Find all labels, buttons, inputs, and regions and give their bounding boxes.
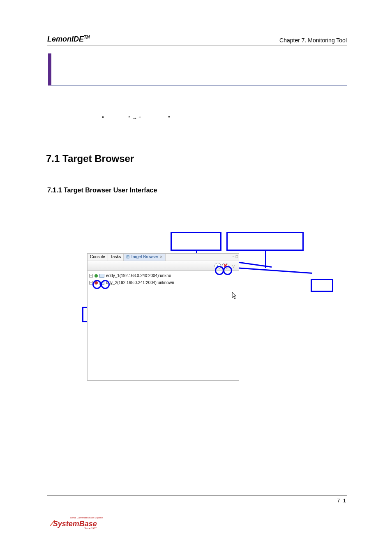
menu-word-1: Windows xyxy=(105,115,127,121)
figure-target-browser: New Target Delete Target Menu Connected … xyxy=(82,225,333,388)
section-body: Target Browser shows information of conn… xyxy=(47,172,347,180)
annotation-circle xyxy=(92,280,101,289)
cursor-icon xyxy=(232,292,238,301)
subsection-body: Interface of Target Browser is as follow… xyxy=(47,201,347,218)
toolbar-menu-button[interactable]: ▽ xyxy=(231,264,236,268)
callout-new-target: New Target xyxy=(171,232,221,251)
connector-line xyxy=(234,267,312,274)
product-name-text: LemonIDE xyxy=(47,35,84,43)
chapter-title: Chapter 7. Monitoring Tool xyxy=(58,60,193,73)
target-browser-panel: Console Tasks ⊞ Target Browser ✕ − □ + ✖… xyxy=(87,253,239,381)
tree-row[interactable]: + ddy_2(192.168.0.241:2004):unknown xyxy=(88,279,238,286)
section-heading-7-1: 7.1 Target Browser xyxy=(46,153,134,164)
callout-new-target-label: New Target xyxy=(172,234,196,240)
target-browser-tab-icon: ⊞ xyxy=(126,254,131,259)
callout-menu-label: Menu xyxy=(312,282,322,287)
subsection-heading-7-1-1: 7.1.1 Target Browser User Interface xyxy=(47,187,157,194)
chapter-banner: Chapter 7. Monitoring Tool xyxy=(48,53,347,86)
page-number: 7–1 xyxy=(337,497,346,504)
callout-delete-target-label: Delete Target xyxy=(228,234,256,240)
annotation-circle xyxy=(215,266,224,275)
footer-logo-since: Since 1987 xyxy=(84,527,97,530)
tab-target-browser-label: Target Browser xyxy=(131,254,158,259)
close-icon[interactable]: ✕ xyxy=(159,254,163,259)
quote-close-1: ” xyxy=(129,115,130,121)
menu-word-2: show view xyxy=(142,115,166,121)
quote-open-2: “ xyxy=(138,115,140,121)
menu-path-prefix: To run Target Browser, xyxy=(47,115,102,121)
status-dot-connected-icon xyxy=(95,274,98,278)
footer-logo-subtitle: Serial Communication Experts xyxy=(70,516,103,519)
tree-row-label: eddy_1(192.168.0.240:2004):unkno xyxy=(106,273,171,278)
page-header: LemonIDETM Chapter 7. Monitoring Tool xyxy=(47,35,347,46)
footer-rule xyxy=(47,495,347,496)
callout-menu: Menu xyxy=(311,279,333,292)
banner-accent xyxy=(48,53,51,86)
arrow-icon: → xyxy=(132,115,139,121)
tree-expander-icon[interactable]: + xyxy=(89,274,93,278)
footer-logo-text: SystemBase xyxy=(53,520,97,528)
tab-console[interactable]: Console xyxy=(88,254,108,261)
minimize-icon[interactable]: − xyxy=(232,254,234,259)
tree-row-label: ddy_2(192.168.0.241:2004):unknown xyxy=(106,280,174,285)
target-icon xyxy=(99,274,104,278)
panel-tabs: Console Tasks ⊞ Target Browser ✕ − □ xyxy=(88,254,239,261)
annotation-circle xyxy=(101,280,110,289)
product-name: LemonIDETM xyxy=(47,35,90,44)
trademark: TM xyxy=(84,35,90,39)
menu-path-line: To run Target Browser, “ Windows ” → “ s… xyxy=(47,115,170,121)
chapter-label: Chapter 7. Monitoring Tool xyxy=(279,37,347,44)
annotation-circle xyxy=(223,266,232,275)
tab-tasks[interactable]: Tasks xyxy=(108,254,124,261)
quote-close-2: ” xyxy=(168,115,170,121)
callout-delete-target: Delete Target xyxy=(226,232,304,251)
panel-window-controls: − □ xyxy=(232,254,238,259)
tab-target-browser[interactable]: ⊞ Target Browser ✕ xyxy=(124,254,166,261)
quote-open-1: “ xyxy=(102,115,104,121)
maximize-icon[interactable]: □ xyxy=(236,254,238,259)
